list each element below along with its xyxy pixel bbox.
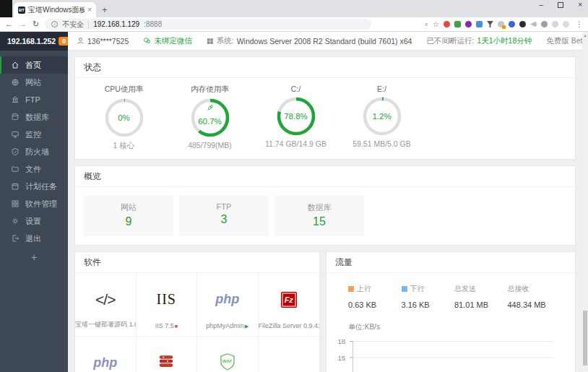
browser-tab[interactable]: BT 宝塔Windows面板 ×: [14, 2, 96, 17]
sidebar-item-label: 软件管理: [25, 199, 57, 209]
user-icon: [77, 37, 85, 45]
sidebar-item-label: 计划任务: [25, 181, 57, 192]
software-item-waf[interactable]: WAF 宝塔IIS防火墙 1.0▶: [197, 337, 259, 372]
zoom-icon[interactable]: ⌕: [425, 20, 428, 28]
sidebar-item-files[interactable]: 文件: [0, 160, 68, 178]
stat-label: 下行: [410, 284, 425, 294]
back-button[interactable]: ←: [5, 20, 13, 28]
total-sent-stat: 总发送 81.01 MB: [454, 284, 508, 309]
sidebar-item-label: 网站: [25, 77, 41, 88]
overview-label: FTP: [179, 202, 269, 211]
purple-extension-icon[interactable]: [465, 21, 472, 27]
chart-unit-label: 单位:KB/s: [348, 322, 575, 332]
sidebar-item-logout[interactable]: 退出: [0, 230, 68, 247]
system-label: 系统:: [217, 36, 234, 46]
baota-panel: 192.168.1.252 0 首页 网站 FTP 数据库: [0, 32, 588, 372]
software-name: 宝塔一键部署源码 1.0: [75, 321, 136, 328]
status-card: 状态 CPU使用率 0% 1 核心 内存使用率: [74, 56, 576, 160]
software-item-php52[interactable]: php PHP-5.2▶: [75, 337, 137, 372]
url-host: 192.168.1.129: [93, 20, 139, 28]
profile-avatar-icon[interactable]: [563, 21, 569, 27]
filter-icon[interactable]: [487, 21, 493, 27]
software-item-redis[interactable]: redis 1.0▶: [137, 337, 198, 372]
adblock-extension-icon[interactable]: [444, 21, 450, 27]
gauge-percent: 0%: [105, 98, 144, 137]
sidebar-item-database[interactable]: 数据库: [0, 108, 68, 126]
sidebar-item-ftp[interactable]: FTP: [0, 91, 68, 108]
running-marker-icon: ▶: [245, 324, 248, 329]
y-tick: 15: [332, 354, 345, 362]
sidebar-item-label: 监控: [25, 129, 41, 140]
uptime-info: 已不间断运行: 1天1小时18分钟: [426, 36, 532, 46]
reload-button[interactable]: ↻: [33, 20, 39, 28]
overview-ftp-box[interactable]: FTP 3: [179, 196, 269, 236]
system-value: Windows Server 2008 R2 Standard (build 7…: [237, 37, 412, 46]
sidebar-item-monitor[interactable]: 监控: [0, 126, 68, 143]
calendar-icon: [11, 182, 20, 191]
windows-icon: [207, 38, 214, 45]
info-icon[interactable]: i: [51, 21, 58, 27]
disabled-extension-icon[interactable]: [552, 21, 558, 27]
extension-area: ⌕ ☆ ⋮: [425, 20, 583, 28]
sidebar-item-website[interactable]: 网站: [0, 74, 68, 91]
server-ip-header: 192.168.1.252 0: [0, 32, 68, 51]
page-scrollbar[interactable]: ▲: [582, 32, 588, 372]
account-info[interactable]: 136****7525: [77, 37, 129, 46]
iis-icon: IIS: [157, 291, 176, 308]
software-item-phpmyadmin[interactable]: php phpMyAdmin▶: [197, 273, 259, 337]
status-card-title: 状态: [75, 57, 575, 78]
scroll-up-arrow-icon[interactable]: ▲: [582, 32, 588, 38]
address-bar[interactable]: i 不安全 192.168.1.129:8888: [45, 19, 371, 30]
new-tab-button[interactable]: +: [102, 5, 108, 14]
home-icon: [11, 61, 20, 69]
bookmark-star-icon[interactable]: ☆: [433, 21, 439, 28]
green-extension-icon[interactable]: [454, 21, 461, 27]
minimize-button[interactable]: –: [540, 1, 544, 9]
dashboard-content: 状态 CPU使用率 0% 1 核心 内存使用率: [68, 51, 582, 372]
download-legend-swatch: [402, 286, 407, 292]
sidebar-item-software[interactable]: 软件管理: [0, 195, 68, 212]
sidebar-item-home[interactable]: 首页: [0, 56, 68, 74]
software-item-filezilla[interactable]: Fz FileZilla Server 0.9.41▶: [259, 273, 320, 337]
overview-label: 网站: [84, 202, 173, 213]
overview-site-box[interactable]: 网站 9: [84, 196, 173, 236]
stat-label: 总发送: [454, 284, 476, 294]
tab-title: 宝塔Windows面板: [28, 5, 85, 15]
folder-icon: [11, 165, 20, 173]
gauge-sub: 1 核心: [81, 141, 167, 151]
scrollbar-thumb[interactable]: [583, 311, 587, 365]
sidebar-item-settings[interactable]: 设置: [0, 212, 68, 230]
blue-extension-icon[interactable]: [476, 21, 483, 27]
overview-database-box[interactable]: 数据库 15: [274, 196, 364, 236]
gauge-sub: 59.51 MB/5.0 GB: [339, 139, 425, 148]
sidebar-item-cron[interactable]: 计划任务: [0, 178, 68, 195]
code-icon: </>: [95, 291, 115, 308]
baota-favicon-icon: BT: [18, 7, 25, 14]
send-icon[interactable]: [530, 21, 537, 27]
sidebar-add-button[interactable]: +: [0, 251, 68, 263]
total-received-stat: 总接收 448.34 MB: [508, 284, 561, 309]
stopped-marker-icon: ■: [175, 324, 178, 329]
maximize-button[interactable]: [558, 2, 563, 8]
tab-strip: BT 宝塔Windows面板 × + – ×: [0, 0, 588, 17]
overview-card-title: 概览: [75, 166, 575, 187]
badged-extension-icon[interactable]: [498, 21, 504, 27]
forward-button[interactable]: →: [19, 20, 27, 28]
security-label: 不安全: [62, 20, 84, 30]
software-item-iis[interactable]: IIS IIS 7.5■: [137, 273, 198, 337]
tab-close-icon[interactable]: ×: [87, 6, 92, 14]
waf-icon: WAF: [218, 352, 237, 372]
wechat-bind-link[interactable]: 未绑定微信: [143, 36, 192, 46]
software-item-empty: [259, 337, 320, 372]
php-icon: php: [93, 355, 117, 371]
sidebar-item-firewall[interactable]: 防火墙: [0, 143, 68, 160]
chrome-menu-icon[interactable]: ⋮: [576, 20, 583, 28]
sidebar-item-label: 首页: [25, 60, 41, 71]
blue-circle-extension-icon[interactable]: [509, 21, 515, 27]
software-item-deploy[interactable]: </> 宝塔一键部署源码 1.0▶: [75, 273, 137, 337]
close-button[interactable]: ×: [578, 1, 582, 9]
sidebar: 192.168.1.252 0 首页 网站 FTP 数据库: [0, 32, 68, 372]
globe-icon: [11, 78, 20, 87]
history-icon[interactable]: [541, 21, 548, 27]
panda-extension-icon[interactable]: [519, 21, 526, 27]
